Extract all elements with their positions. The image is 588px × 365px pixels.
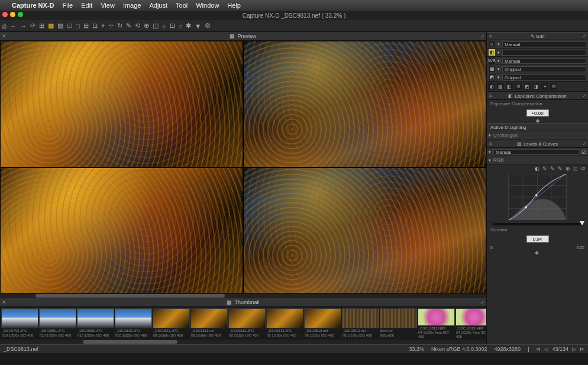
pencil-icon[interactable]: ✎ [126,22,131,30]
thumbnail-strip[interactable]: _DSC9793.JPG f/10 1/250s ISO 400 _DSC980… [0,307,486,340]
thumbnail-image[interactable] [153,308,190,328]
gamma-value-input[interactable]: 0.94 [526,235,549,243]
nav-prev-icon[interactable]: ◁ [544,346,548,352]
curves-range-slider[interactable] [487,221,588,227]
chevron-down-icon[interactable]: ▾ [497,75,500,80]
curves-check-icon[interactable]: ☑ [581,149,586,155]
scrollbar-thumb[interactable] [35,294,225,298]
preview-tile-1[interactable] [1,41,243,167]
close-expcomp-icon[interactable]: ✕ [489,93,493,99]
chevron-down-icon[interactable]: ▾ [489,133,491,138]
slider-thumb[interactable] [535,251,539,255]
view-grid-icon[interactable]: ⊞ [39,22,44,30]
minimize-window-button[interactable] [10,12,15,17]
nav-first-icon[interactable]: ⊲ [536,346,541,352]
scrollbar-thumb[interactable] [83,340,177,344]
thumbnail-image[interactable] [39,308,76,328]
thumbnail-item[interactable]: _DSC9812.JPG f/8 1/160s ISO 400 [228,308,266,338]
menu-file[interactable]: File [63,2,73,9]
chevron-down-icon[interactable]: ▾ [489,150,491,154]
refresh-icon[interactable]: ⟳ [30,22,35,30]
menu-adjust[interactable]: Adjust [149,2,167,9]
thumbnail-item[interactable]: _DSC9813.JPG f/8 1/160s ISO 400 [266,308,303,338]
zoom-window-button[interactable] [18,12,23,17]
curves-channel-select[interactable]: RGB [493,157,503,163]
tool-8-icon[interactable]: ⊞ [550,83,557,90]
edit-row-exposure[interactable]: ☼ ▾ Manual [487,40,588,49]
expand-thumbnail-icon[interactable]: ⤢ [480,300,484,305]
tool-5-icon[interactable]: ◩ [524,83,531,90]
expand-expcomp-icon[interactable]: ⤢ [583,93,586,98]
curves-graph[interactable] [487,173,588,221]
close-curves-icon[interactable]: ✕ [489,141,493,147]
menu-tool[interactable]: Tool [176,2,188,9]
thumbnail-item[interactable]: _DSC9813.nef f/8 1/160s ISO 400 [342,308,379,338]
thumbnail-image[interactable] [77,308,114,328]
dlighting-row[interactable]: ▾ Unchanged [487,131,588,140]
rotate-icon[interactable]: ↻ [117,22,122,30]
view-list-icon[interactable]: ▤ [57,22,63,30]
curve-tool-5-icon[interactable]: ⊕ [566,166,570,172]
tool-6-icon[interactable]: ◨ [532,83,539,90]
expand-preview-icon[interactable]: ⤢ [480,34,484,39]
zoom-in-icon[interactable]: ⊕ [144,22,149,30]
picture-select[interactable]: Original [502,66,586,72]
close-window-button[interactable] [2,12,8,17]
thumbnail-item[interactable]: _DSC9811.JPG f/8 1/160s ISO 400 [153,308,190,338]
thumbnail-image[interactable] [304,308,341,328]
curves-mode-row[interactable]: ▾ Manual ☑ [487,148,588,156]
curve-tool-4-icon[interactable]: ✎ [558,166,563,172]
expand-edit-icon[interactable]: ⤢ [583,34,586,38]
tool-3-icon[interactable]: ◧ [506,83,513,90]
straighten-icon[interactable]: ⟐ [162,22,166,30]
chevron-down-icon[interactable]: ▾ [497,42,500,47]
edit-row-nr[interactable]: ◩ ▾ Original [487,73,588,82]
thumbnail-image[interactable] [228,308,266,328]
thumbnail-image[interactable] [190,308,228,328]
tool-1-icon[interactable]: ◐ [488,83,495,90]
print-icon[interactable]: ⎙ [2,22,7,30]
curves-mode-select[interactable]: Manual [493,149,579,155]
chevron-down-icon[interactable]: ▾ [497,67,500,72]
app-name-menu[interactable]: Capture NX-D [12,2,54,9]
thumbnail-item[interactable]: _DSC_0013.NEF f/4 1/125s Auto ISO 400 [455,308,486,338]
nav-last-icon[interactable]: ⊳ [580,346,584,352]
screen-icon[interactable]: ⊡ [170,22,175,30]
thumbnail-image[interactable] [418,308,455,326]
view-compare-icon[interactable]: □ [76,22,80,30]
tool-7-icon[interactable]: ✦ [541,83,548,90]
crosshair-icon[interactable]: ⌖ [101,22,105,30]
preview-tile-3[interactable] [1,168,243,293]
back-icon[interactable]: ← [10,22,17,30]
menu-help[interactable]: Help [227,2,241,9]
curve-tool-6-icon[interactable]: ⊡ [573,166,578,172]
menu-edit[interactable]: Edit [81,2,92,9]
view-single-icon[interactable]: ⊡ [67,22,72,30]
thumbnail-item[interactable]: _DSC9813.nef f/8 1/160s ISO 400 [304,308,341,338]
close-edit-icon[interactable]: ✕ [489,34,493,39]
expcomp-slider[interactable] [487,118,588,123]
thumbnail-item[interactable]: _DSC9803.JPG f/10 1/250s ISO 400 [115,308,152,338]
wb-select[interactable]: Manual [502,58,586,64]
preview-tile-4[interactable] [244,168,486,293]
nr-select[interactable]: Original [502,75,586,80]
thumbnail-item[interactable]: _DSC9793.JPG f/10 1/250s ISO 400 [1,308,38,338]
fit-icon[interactable]: ⊡ [92,22,98,30]
gear-icon[interactable]: ⚙ [205,22,211,30]
dlighting-header[interactable]: Active D-Lighting [487,123,588,131]
thumbnail-image[interactable] [1,308,38,328]
thumbnail-item[interactable]: _DSC9811.nef f/8 1/160s ISO 400 [190,308,228,338]
close-preview-icon[interactable]: ✕ [2,33,7,39]
thumbnail-item[interactable]: _DSC9802.JPG f/10 1/250s ISO 400 [77,308,114,338]
home-icon[interactable]: ⌂ [179,22,183,30]
edit-row-picture[interactable]: ▦ ▾ Original [487,65,588,73]
chevron-down-icon[interactable]: ▾ [489,158,491,163]
black-point-handle[interactable] [490,221,495,225]
thumbnail-item[interactable]: _DSC_0012.NEF f/4 1/125s Auto ISO 400 [418,308,455,338]
preview-h-scrollbar[interactable] [0,293,486,298]
thumbnail-image[interactable] [266,308,303,328]
preview-area[interactable] [0,41,486,293]
nav-next-icon[interactable]: ▷ [572,346,576,352]
exposure-mode-select[interactable]: Manual [502,41,586,47]
chevron-down-icon[interactable]: ▾ [497,50,500,55]
